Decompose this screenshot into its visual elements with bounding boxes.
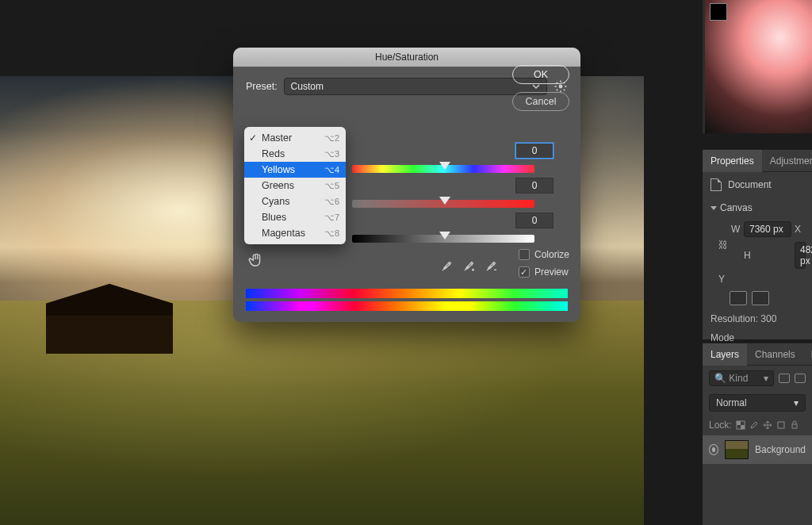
orientation-landscape[interactable] [752, 291, 769, 305]
channel-label: Blues [262, 212, 286, 223]
hue-input[interactable]: 0 [515, 143, 553, 159]
lightness-input[interactable]: 0 [515, 213, 553, 228]
lock-brush-icon[interactable] [749, 420, 759, 430]
eyedropper-icon[interactable] [440, 259, 454, 273]
color-range-top [246, 289, 568, 298]
saturation-slider-row: 0 [352, 178, 553, 213]
hue-saturation-dialog: Hue/Saturation Preset: Custom OK Cancel … [233, 48, 580, 322]
svg-rect-2 [737, 421, 741, 425]
channel-reds[interactable]: Reds ⌥3 [244, 146, 346, 162]
channel-label: Greens [262, 180, 294, 191]
lock-artboard-icon[interactable] [776, 420, 786, 430]
preset-select[interactable]: Custom [284, 78, 547, 95]
width-label: W [731, 224, 741, 235]
lock-move-icon[interactable] [763, 420, 772, 430]
channel-label: Master [262, 132, 292, 144]
preview-label: Preview [534, 266, 569, 278]
canvas-section-header[interactable]: Canvas [703, 197, 812, 218]
y-label: Y [718, 274, 728, 285]
svg-rect-5 [792, 424, 797, 428]
height-label: H [744, 250, 791, 261]
preview-checkbox[interactable]: Preview [519, 266, 569, 278]
channel-shortcut: ⌥6 [324, 197, 339, 207]
colorize-checkbox[interactable]: Colorize [519, 249, 569, 260]
layer-thumbnail [725, 440, 749, 459]
document-label: Document [728, 179, 772, 190]
channel-greens[interactable]: Greens ⌥5 [244, 178, 346, 194]
channel-label: Cyans [262, 196, 289, 207]
resolution-label: Resolution: 300 [703, 308, 812, 329]
preset-label: Preset: [246, 81, 278, 92]
channel-shortcut: ⌥7 [324, 213, 339, 223]
color-range-bottom [246, 301, 568, 311]
channel-shortcut: ⌥4 [324, 165, 339, 175]
width-input[interactable]: 7360 px [744, 221, 791, 237]
visibility-eye-icon[interactable] [709, 444, 718, 455]
svg-rect-4 [778, 422, 784, 428]
check-icon: ✓ [249, 132, 257, 144]
blend-mode-select[interactable]: Normal ▾ [709, 394, 806, 412]
lock-row: Lock: [703, 415, 812, 435]
layer-background[interactable]: Background [703, 435, 812, 464]
document-icon [710, 178, 722, 191]
channel-shortcut: ⌥8 [324, 228, 339, 239]
preset-value: Custom [291, 81, 324, 92]
channel-label: Reds [262, 148, 285, 159]
foreground-color-swatch[interactable] [710, 3, 727, 21]
channel-shortcut: ⌥5 [324, 181, 339, 191]
channel-shortcut: ⌥2 [324, 133, 339, 144]
channel-master[interactable]: ✓ Master ⌥2 [244, 130, 346, 146]
channel-label: Yellows [262, 164, 295, 175]
layer-filter-select[interactable]: 🔍 Kind ▾ [709, 370, 774, 386]
lock-all-icon[interactable] [790, 420, 799, 430]
tab-properties[interactable]: Properties [703, 150, 762, 172]
svg-rect-3 [741, 425, 745, 429]
checkbox-checked-icon [519, 266, 530, 278]
lightness-thumb[interactable] [439, 232, 450, 240]
layer-name: Background [755, 444, 806, 455]
hue-thumb[interactable] [439, 162, 450, 170]
cancel-button[interactable]: Cancel [512, 92, 569, 111]
blend-mode-value: Normal [716, 397, 747, 408]
hue-slider-row: 0 [352, 143, 553, 178]
color-range-bars[interactable] [246, 285, 568, 311]
colorize-label: Colorize [534, 249, 569, 260]
chevron-down-icon [710, 206, 717, 210]
channel-cyans[interactable]: Cyans ⌥6 [244, 194, 346, 209]
lock-transparency-icon[interactable] [736, 420, 745, 430]
kind-label: Kind [729, 373, 748, 384]
channel-yellows[interactable]: Yellows ⌥4 [244, 162, 346, 178]
tab-adjustments[interactable]: Adjustment [762, 150, 812, 172]
filter-pixel-icon[interactable] [779, 374, 790, 383]
tab-channels[interactable]: Channels [747, 343, 803, 366]
checkbox-icon [519, 249, 530, 260]
properties-panel: Properties Adjustment Document Canvas ⛓ … [703, 149, 812, 339]
saturation-input[interactable]: 0 [515, 178, 553, 194]
x-label: X [795, 224, 802, 235]
channel-label: Magentas [262, 228, 305, 239]
channel-blues[interactable]: Blues ⌥7 [244, 209, 346, 225]
orientation-portrait[interactable] [730, 291, 747, 305]
eyedropper-add-icon[interactable] [462, 259, 477, 273]
lock-label: Lock: [709, 420, 732, 431]
link-icon[interactable]: ⛓ [718, 240, 728, 251]
eyedropper-subtract-icon[interactable] [485, 259, 499, 273]
ok-button[interactable]: OK [512, 65, 569, 84]
saturation-thumb[interactable] [439, 197, 450, 205]
dialog-title[interactable]: Hue/Saturation [233, 48, 580, 67]
chevron-down-icon: ▾ [794, 397, 799, 408]
channel-shortcut: ⌥3 [324, 149, 339, 159]
channel-magentas[interactable]: Magentas ⌥8 [244, 225, 346, 241]
tab-paths[interactable]: Pa [803, 343, 812, 366]
filter-adjust-icon[interactable] [795, 374, 806, 383]
color-picker-panel[interactable] [703, 0, 812, 133]
chevron-down-icon: ▾ [764, 373, 768, 384]
canvas-label: Canvas [720, 202, 753, 213]
scrubby-hand-icon[interactable] [247, 251, 265, 273]
height-input[interactable]: 4825 px [795, 242, 806, 269]
tab-layers[interactable]: Layers [703, 343, 747, 366]
lightness-slider-row: 0 [352, 213, 553, 247]
channel-dropdown[interactable]: ✓ Master ⌥2 Reds ⌥3 Yellows ⌥4 Greens ⌥5… [244, 127, 346, 244]
layers-panel: Layers Channels Pa 🔍 Kind ▾ Normal ▾ Loc… [703, 343, 812, 525]
